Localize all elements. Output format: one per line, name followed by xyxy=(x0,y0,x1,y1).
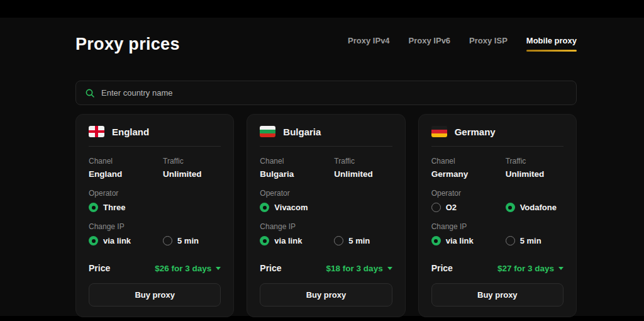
radio-unselected-icon[interactable] xyxy=(506,236,515,245)
radio-option-vodafone[interactable]: Vodafone xyxy=(506,203,564,212)
radio-label: 5 min xyxy=(177,236,199,245)
change-ip-section: Change IP via link5 min xyxy=(89,222,221,245)
buy-proxy-button[interactable]: Buy proxy xyxy=(89,283,221,307)
price-dropdown[interactable]: $18 for 3 days xyxy=(326,264,392,273)
tab-proxy-ipv6[interactable]: Proxy IPv6 xyxy=(409,36,451,52)
card-country-name: England xyxy=(112,127,149,137)
radio-unselected-icon[interactable] xyxy=(163,236,172,245)
radio-option-5-min[interactable]: 5 min xyxy=(334,236,392,245)
price-dropdown[interactable]: $26 for 3 days xyxy=(155,264,221,273)
radio-option-5-min[interactable]: 5 min xyxy=(163,236,221,245)
price-dropdown[interactable]: $27 for 3 days xyxy=(497,264,564,273)
chanel-value: Germany xyxy=(431,169,506,179)
price-value: $26 for 3 days xyxy=(155,264,211,273)
price-value: $18 for 3 days xyxy=(326,264,383,273)
change-ip-options: via link5 min xyxy=(431,236,564,245)
tab-proxy-ipv4[interactable]: Proxy IPv4 xyxy=(348,36,390,52)
radio-label: via link xyxy=(103,236,131,245)
bulgaria-flag-icon xyxy=(260,126,275,137)
operator-label: Operator xyxy=(431,189,564,198)
operator-options: Vivacom xyxy=(260,203,392,212)
price-label: Price xyxy=(89,263,110,273)
radio-selected-icon[interactable] xyxy=(89,236,98,245)
app-viewport: Proxy prices Proxy IPv4 Proxy IPv6 Proxy… xyxy=(0,18,644,316)
chevron-down-icon xyxy=(216,267,221,270)
operator-options: Three xyxy=(89,203,221,212)
germany-flag-icon xyxy=(431,126,447,137)
radio-selected-icon[interactable] xyxy=(431,236,441,245)
price-label: Price xyxy=(431,263,453,273)
radio-option-o2[interactable]: O2 xyxy=(431,203,506,212)
chanel-label: Chanel xyxy=(431,157,506,166)
chanel-traffic-section: Chanel Germany Traffic Unlimited xyxy=(431,157,564,179)
radio-label: 5 min xyxy=(520,236,541,245)
radio-selected-icon[interactable] xyxy=(260,203,269,212)
card-header: Bulgaria xyxy=(260,126,392,147)
chanel-value: England xyxy=(89,169,163,179)
operator-section: Operator O2Vodafone xyxy=(431,189,564,212)
page-header: Proxy prices Proxy IPv4 Proxy IPv6 Proxy… xyxy=(75,18,577,54)
traffic-value: Unlimited xyxy=(334,169,392,179)
change-ip-label: Change IP xyxy=(89,222,221,231)
price-row: Price $27 for 3 days xyxy=(431,263,564,273)
change-ip-options: via link5 min xyxy=(260,236,392,245)
country-search-bar[interactable] xyxy=(75,81,577,105)
price-value: $27 for 3 days xyxy=(497,264,554,273)
traffic-value: Unlimited xyxy=(506,169,564,179)
operator-section: Operator Vivacom xyxy=(260,189,392,212)
nav-tabs: Proxy IPv4 Proxy IPv6 Proxy ISP Mobile p… xyxy=(348,36,577,54)
change-ip-label: Change IP xyxy=(431,222,564,231)
radio-unselected-icon[interactable] xyxy=(334,236,343,245)
traffic-label: Traffic xyxy=(334,157,392,166)
card-country-name: Bulgaria xyxy=(283,127,321,137)
radio-label: Three xyxy=(103,203,125,212)
search-input[interactable] xyxy=(101,88,567,98)
search-icon xyxy=(85,88,95,98)
radio-label: Vivacom xyxy=(274,203,308,212)
chanel-label: Chanel xyxy=(89,157,163,166)
operator-label: Operator xyxy=(89,189,221,198)
radio-unselected-icon[interactable] xyxy=(431,203,441,212)
change-ip-label: Change IP xyxy=(260,222,392,231)
traffic-label: Traffic xyxy=(163,157,221,166)
price-label: Price xyxy=(260,263,281,273)
radio-selected-icon[interactable] xyxy=(506,203,515,212)
operator-section: Operator Three xyxy=(89,189,221,212)
radio-option-via-link[interactable]: via link xyxy=(431,236,506,245)
radio-option-via-link[interactable]: via link xyxy=(89,236,163,245)
traffic-label: Traffic xyxy=(506,157,564,166)
chevron-down-icon xyxy=(387,267,392,270)
operator-options: O2Vodafone xyxy=(431,203,564,212)
radio-selected-icon[interactable] xyxy=(260,236,269,245)
radio-option-vivacom[interactable]: Vivacom xyxy=(260,203,334,212)
radio-label: 5 min xyxy=(348,236,370,245)
price-row: Price $18 for 3 days xyxy=(260,263,392,273)
radio-option-three[interactable]: Three xyxy=(89,203,163,212)
buy-proxy-button[interactable]: Buy proxy xyxy=(260,283,392,307)
cards-row: England Chanel England Traffic Unlimited… xyxy=(75,114,577,317)
proxy-card: Germany Chanel Germany Traffic Unlimited… xyxy=(418,114,577,317)
chanel-value: Bulgaria xyxy=(260,169,334,179)
radio-option-via-link[interactable]: via link xyxy=(260,236,334,245)
england-flag-icon xyxy=(89,126,104,137)
tab-proxy-isp[interactable]: Proxy ISP xyxy=(469,36,508,52)
radio-label: O2 xyxy=(446,203,457,212)
change-ip-section: Change IP via link5 min xyxy=(431,222,564,245)
price-row: Price $26 for 3 days xyxy=(89,263,221,273)
card-country-name: Germany xyxy=(455,127,496,137)
proxy-card: England Chanel England Traffic Unlimited… xyxy=(75,114,234,317)
card-header: England xyxy=(89,126,221,147)
radio-label: via link xyxy=(446,236,474,245)
radio-label: Vodafone xyxy=(520,203,557,212)
chanel-label: Chanel xyxy=(260,157,334,166)
proxy-card: Bulgaria Chanel Bulgaria Traffic Unlimit… xyxy=(247,114,405,317)
chanel-traffic-section: Chanel England Traffic Unlimited xyxy=(89,157,221,179)
tab-mobile-proxy[interactable]: Mobile proxy xyxy=(526,36,577,52)
buy-proxy-button[interactable]: Buy proxy xyxy=(431,283,564,307)
change-ip-options: via link5 min xyxy=(89,236,221,245)
chevron-down-icon xyxy=(558,267,564,270)
radio-option-5-min[interactable]: 5 min xyxy=(506,236,564,245)
radio-selected-icon[interactable] xyxy=(89,203,98,212)
radio-label: via link xyxy=(274,236,302,245)
change-ip-section: Change IP via link5 min xyxy=(260,222,392,245)
